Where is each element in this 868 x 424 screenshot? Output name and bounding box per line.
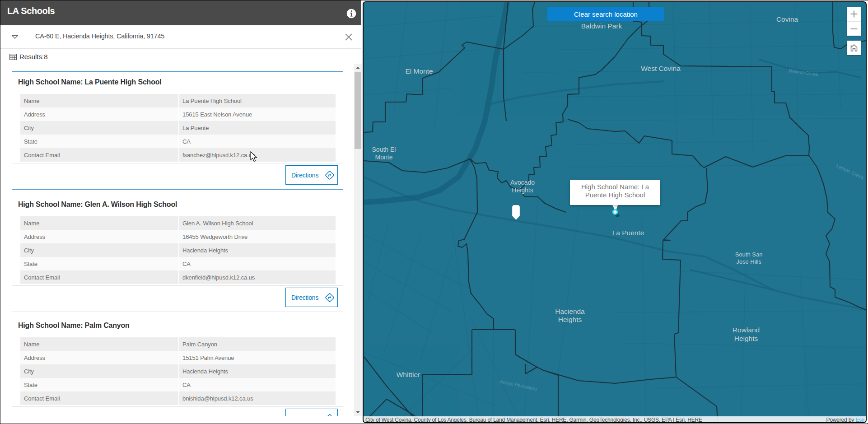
svg-text:Hacienda: Hacienda (555, 308, 585, 315)
svg-text:Rowland: Rowland (733, 326, 760, 334)
svg-text:Covina: Covina (776, 15, 798, 23)
svg-text:La Puente: La Puente (612, 229, 644, 237)
svg-text:Whittier: Whittier (397, 371, 420, 378)
svg-text:West Covina: West Covina (641, 65, 681, 72)
svg-text:South El: South El (372, 146, 396, 153)
svg-text:Monte: Monte (375, 154, 393, 161)
svg-text:Heights: Heights (734, 335, 758, 342)
svg-text:Baldwin Park: Baldwin Park (581, 22, 622, 30)
svg-text:Avocado: Avocado (510, 179, 535, 186)
svg-text:Jose Hills: Jose Hills (736, 258, 761, 265)
svg-text:Heights: Heights (558, 316, 582, 323)
svg-text:El Monte: El Monte (405, 67, 433, 75)
svg-text:Heights: Heights (512, 186, 533, 194)
svg-text:South San: South San (735, 251, 763, 258)
